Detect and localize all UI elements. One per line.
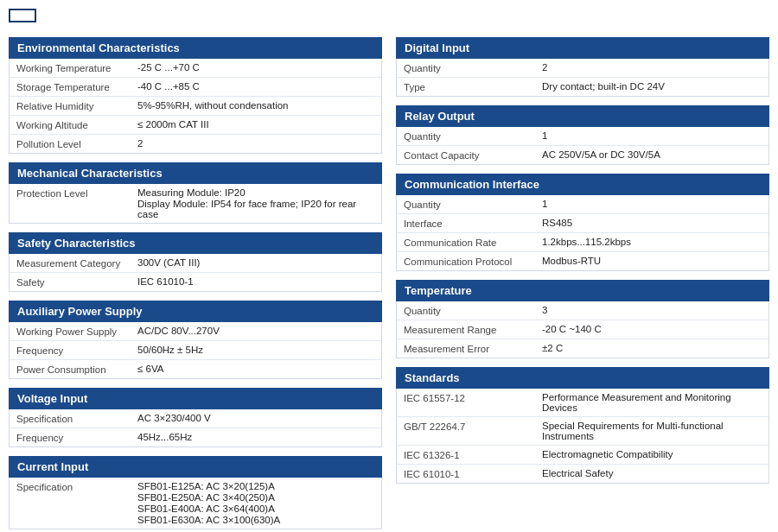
- param-value-line: Display Module: IP54 for face frame; IP2…: [137, 199, 374, 219]
- param-label: Communication Rate: [404, 237, 542, 248]
- param-value: 1: [542, 199, 762, 209]
- section-body-digital-input: Quantity2TypeDry contact; built-in DC 24…: [396, 59, 769, 97]
- param-label: Measurement Category: [16, 257, 137, 269]
- param-label: Power Consumption: [16, 364, 137, 375]
- section-standards: StandardsIEC 61557-12Performance Measure…: [396, 367, 769, 484]
- param-row: IEC 61010-1Electrical Safety: [397, 465, 768, 483]
- param-label: Specification: [16, 481, 137, 492]
- param-row: Quantity1: [397, 127, 768, 146]
- param-row: Communication ProtocolModbus-RTU: [397, 252, 768, 270]
- param-value: Electromagnetic Compatibility: [542, 449, 762, 459]
- section-header-relay-output: Relay Output: [396, 105, 769, 127]
- param-value: 2: [137, 138, 374, 149]
- param-label: Working Power Supply: [16, 326, 137, 337]
- param-row: Measurement Error±2 C: [397, 339, 768, 358]
- param-value: AC 250V/5A or DC 30V/5A: [542, 149, 762, 160]
- param-label: Frequency: [16, 432, 137, 443]
- param-value: 50/60Hz ± 5Hz: [137, 345, 374, 355]
- param-value: ≤ 6VA: [137, 364, 374, 374]
- section-header-mechanical: Mechanical Characteristics: [9, 162, 382, 184]
- param-label: Storage Temperature: [16, 81, 137, 92]
- param-label: GB/T 22264.7: [404, 421, 542, 432]
- param-row: Frequency45Hz...65Hz: [10, 428, 381, 446]
- section-body-auxiliary: Working Power SupplyAC/DC 80V...270VFreq…: [9, 322, 382, 379]
- param-row: Protection LevelMeasuring Module: IP20Di…: [10, 184, 381, 223]
- param-value: Modbus-RTU: [542, 256, 762, 266]
- section-body-voltage: SpecificationAC 3×230/400 VFrequency45Hz…: [9, 409, 382, 447]
- param-label: Specification: [16, 413, 137, 424]
- param-value: 1: [542, 130, 762, 141]
- section-auxiliary: Auxiliary Power SupplyWorking Power Supp…: [9, 301, 382, 379]
- param-label: Quantity: [404, 62, 542, 73]
- section-body-communication-interface: Quantity1InterfaceRS485Communication Rat…: [396, 195, 769, 271]
- param-value: 300V (CAT III): [137, 257, 374, 268]
- param-row: SpecificationAC 3×230/400 V: [10, 409, 381, 428]
- param-label: Protection Level: [16, 187, 137, 199]
- param-value: -40 C ...+85 C: [137, 81, 374, 92]
- param-row: Measurement Category300V (CAT III): [10, 254, 381, 273]
- param-label: Quantity: [404, 130, 542, 142]
- section-communication-interface: Communication InterfaceQuantity1Interfac…: [396, 174, 769, 271]
- section-current: Current InputSpecificationSFB01-E125A: A…: [9, 456, 382, 529]
- param-value: 3: [542, 305, 762, 315]
- param-value-line: SFB01-E125A: AC 3×20(125)A: [137, 481, 374, 491]
- param-label: Measurement Error: [404, 343, 542, 354]
- param-value: Special Requirements for Multi-functiona…: [542, 421, 762, 441]
- section-body-mechanical: Protection LevelMeasuring Module: IP20Di…: [9, 184, 382, 224]
- param-label: Safety: [16, 276, 137, 288]
- param-value: ±2 C: [542, 343, 762, 353]
- section-header-digital-input: Digital Input: [396, 37, 769, 59]
- param-value: 45Hz...65Hz: [137, 432, 374, 442]
- param-row: Quantity3: [397, 301, 768, 320]
- param-value: Electrical Safety: [542, 468, 762, 478]
- param-value: AC/DC 80V...270V: [137, 326, 374, 336]
- param-row: Contact CapacityAC 250V/5A or DC 30V/5A: [397, 146, 768, 164]
- section-voltage: Voltage InputSpecificationAC 3×230/400 V…: [9, 388, 382, 447]
- param-row: Working Power SupplyAC/DC 80V...270V: [10, 322, 381, 341]
- param-value-line: SFB01-E630A: AC 3×100(630)A: [137, 515, 374, 525]
- param-value: 1.2kbps...115.2kbps: [542, 237, 762, 247]
- param-label: Interface: [404, 218, 542, 229]
- param-value: Dry contact; built-in DC 24V: [542, 81, 762, 92]
- param-label: Quantity: [404, 305, 542, 316]
- param-row: Pollution Level2: [10, 135, 381, 153]
- param-row: Working Altitude≤ 2000m CAT III: [10, 116, 381, 135]
- param-row: Measurement Range-20 C ~140 C: [397, 320, 768, 339]
- param-label: Working Temperature: [16, 62, 137, 73]
- param-label: IEC 61326-1: [404, 449, 542, 460]
- section-header-voltage: Voltage Input: [9, 388, 382, 409]
- param-value: -25 C ...+70 C: [137, 62, 374, 73]
- param-row: Quantity1: [397, 195, 768, 214]
- param-value-line: SFB01-E400A: AC 3×64(400)A: [137, 504, 374, 514]
- param-row: IEC 61326-1Electromagnetic Compatibility: [397, 446, 768, 465]
- param-row: Relative Humidity5%-95%RH, without conde…: [10, 97, 381, 116]
- right-column: Digital InputQuantity2TypeDry contact; b…: [396, 37, 769, 532]
- section-environmental: Environmental CharacteristicsWorking Tem…: [9, 37, 382, 154]
- param-label: Type: [404, 81, 542, 92]
- section-header-environmental: Environmental Characteristics: [9, 37, 382, 59]
- param-value: RS485: [542, 218, 762, 228]
- section-body-current: SpecificationSFB01-E125A: AC 3×20(125)AS…: [9, 478, 382, 529]
- section-body-environmental: Working Temperature-25 C ...+70 CStorage…: [9, 59, 382, 154]
- param-row: TypeDry contact; built-in DC 24V: [397, 78, 768, 96]
- page-title: [9, 9, 36, 22]
- section-header-auxiliary: Auxiliary Power Supply: [9, 301, 382, 322]
- param-label: Communication Protocol: [404, 256, 542, 267]
- section-body-safety: Measurement Category300V (CAT III)Safety…: [9, 254, 382, 292]
- param-value: Measuring Module: IP20Display Module: IP…: [137, 187, 374, 219]
- param-label: Measurement Range: [404, 324, 542, 335]
- param-value: ≤ 2000m CAT III: [137, 119, 374, 130]
- param-label: Contact Capacity: [404, 149, 542, 161]
- param-label: IEC 61010-1: [404, 468, 542, 479]
- left-column: Environmental CharacteristicsWorking Tem…: [9, 37, 382, 532]
- param-row: Storage Temperature-40 C ...+85 C: [10, 78, 381, 97]
- section-safety: Safety CharacteristicsMeasurement Catego…: [9, 232, 382, 292]
- section-header-safety: Safety Characteristics: [9, 232, 382, 254]
- section-body-standards: IEC 61557-12Performance Measurement and …: [396, 389, 769, 484]
- param-row: Working Temperature-25 C ...+70 C: [10, 59, 381, 78]
- section-body-temperature: Quantity3Measurement Range-20 C ~140 CMe…: [396, 301, 769, 358]
- param-row: Communication Rate1.2kbps...115.2kbps: [397, 233, 768, 252]
- param-value: Performance Measurement and Monitoring D…: [542, 392, 762, 413]
- param-value: AC 3×230/400 V: [137, 413, 374, 423]
- param-label: Frequency: [16, 345, 137, 356]
